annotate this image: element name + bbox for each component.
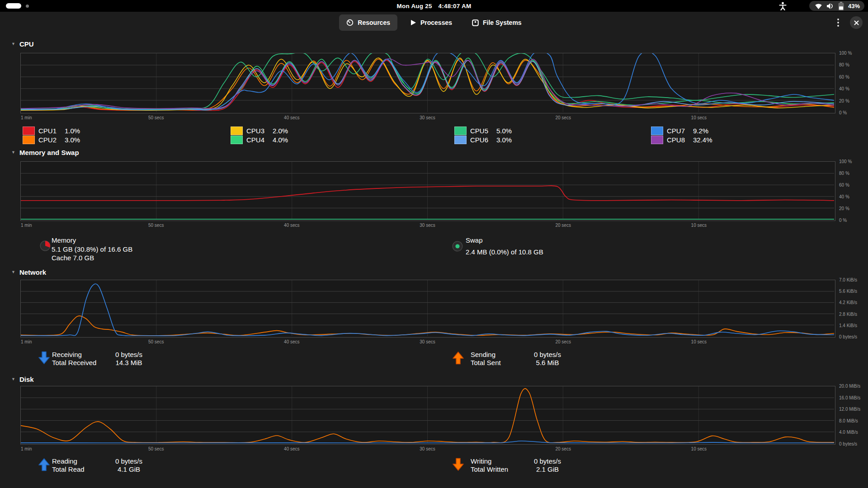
receiving-arrow (38, 351, 50, 366)
cpu4-label: CPU4 (246, 136, 273, 144)
y-axis-label: 40 % (839, 86, 849, 91)
cpu6-label: CPU6 (470, 136, 496, 144)
x-axis-label: 10 secs (691, 339, 707, 344)
battery-percentage: 43% (848, 3, 860, 9)
cpu1-legend-item: CPU1 1.0% (23, 127, 80, 135)
total-written-value: 2.1 GiB (524, 465, 571, 473)
clock-date: Mon Aug 25 (397, 3, 432, 9)
disk-expander-icon[interactable]: ▼ (11, 377, 15, 381)
swap-pie (452, 241, 463, 254)
y-axis-label: 1.4 KiB/s (839, 323, 857, 328)
memory-legend: Memory 5.1 GB (30.8%) of 16.6 GB Cache 7… (52, 236, 132, 263)
cpu-section-header[interactable]: ▼ CPU (11, 40, 34, 48)
y-axis-label: 20 % (839, 206, 849, 211)
tab-processes[interactable]: Processes (403, 14, 459, 31)
reading-label: Reading (52, 457, 105, 465)
sending-rate: 0 bytes/s (524, 351, 571, 358)
y-axis-label: 4.2 KiB/s (839, 300, 857, 305)
top-bar: Mon Aug 25 4:48:07 AM 43% (0, 0, 868, 12)
close-icon (854, 20, 859, 25)
sending-legend: Sending 0 bytes/s Total Sent 5.6 MiB (471, 351, 571, 366)
x-axis-label: 1 min (21, 223, 32, 228)
x-axis-label: 1 min (21, 115, 32, 120)
y-axis-label: 60 % (839, 75, 849, 80)
y-axis-label: 80 % (839, 171, 849, 176)
cpu3-value: 2.0% (273, 127, 288, 135)
disk-section-title: Disk (19, 375, 34, 383)
memory-expander-icon[interactable]: ▼ (11, 150, 15, 155)
memory-pie (40, 240, 51, 253)
network-chart-y-axis: 7.0 KiB/s5.6 KiB/s4.2 KiB/s2.8 KiB/s1.4 … (839, 280, 867, 338)
close-window-button[interactable] (850, 16, 863, 29)
y-axis-label: 0 bytes/s (839, 441, 857, 446)
network-chart-x-axis: 1 min50 secs40 secs30 secs20 secs10 secs (20, 339, 835, 345)
clock-button[interactable]: Mon Aug 25 4:48:07 AM (0, 0, 868, 12)
cpu3-swatch (231, 127, 243, 135)
y-axis-label: 8.0 MiB/s (839, 418, 858, 423)
drive-icon (472, 19, 479, 26)
y-axis-label: 0 % (839, 218, 847, 223)
x-axis-label: 30 secs (420, 223, 435, 228)
accessibility-menu-button[interactable] (778, 1, 788, 10)
writing-legend: Writing 0 bytes/s Total Written 2.1 GiB (471, 457, 571, 473)
receiving-legend: Receiving 0 bytes/s Total Received 14.3 … (52, 351, 152, 366)
volume-icon (826, 3, 834, 9)
read-up-arrow-icon (38, 458, 50, 471)
sending-arrow (452, 351, 464, 366)
total-sent-value: 5.6 MiB (524, 359, 571, 366)
network-chart (20, 280, 835, 338)
cpu8-label: CPU8 (667, 136, 693, 144)
cpu-chart (20, 53, 835, 113)
tab-resources[interactable]: Resources (339, 14, 397, 31)
x-axis-label: 40 secs (284, 339, 299, 344)
x-axis-label: 30 secs (420, 115, 435, 120)
x-axis-label: 10 secs (691, 223, 707, 228)
swap-legend: Swap 2.4 MB (0.0%) of 10.8 GB (466, 236, 543, 256)
x-axis-label: 1 min (21, 339, 32, 344)
y-axis-label: 4.0 MiB/s (839, 430, 858, 435)
gauge-icon (346, 19, 354, 26)
disk-section-header[interactable]: ▼ Disk (11, 375, 34, 383)
receiving-label: Receiving (52, 351, 105, 358)
view-tabs: Resources Processes File Systems (0, 12, 868, 33)
tab-processes-label: Processes (420, 19, 452, 26)
writing-rate: 0 bytes/s (524, 457, 571, 465)
gnome-system-monitor-window: Mon Aug 25 4:48:07 AM 43% (0, 0, 868, 488)
y-axis-label: 60 % (839, 183, 849, 188)
cpu2-legend-item: CPU2 3.0% (23, 136, 80, 144)
cpu2-label: CPU2 (38, 136, 65, 144)
cpu-section-title: CPU (19, 40, 34, 48)
tab-resources-label: Resources (358, 19, 390, 26)
battery-icon (838, 2, 844, 10)
cpu2-value: 3.0% (65, 136, 80, 144)
upload-arrow-icon (452, 351, 464, 365)
cpu-expander-icon[interactable]: ▼ (11, 42, 15, 46)
y-axis-label: 5.6 KiB/s (839, 289, 857, 294)
menu-button[interactable] (832, 16, 844, 29)
cpu8-legend-item: CPU8 32.4% (651, 136, 712, 144)
download-arrow-icon (38, 351, 50, 365)
total-read-value: 4.1 GiB (105, 465, 152, 473)
disk-chart-x-axis: 1 min50 secs40 secs30 secs20 secs10 secs (20, 446, 835, 452)
cpu4-swatch (231, 136, 243, 144)
memory-section-header[interactable]: ▼ Memory and Swap (11, 149, 79, 156)
cpu5-value: 5.0% (496, 127, 512, 135)
x-axis-label: 10 secs (691, 115, 707, 120)
network-section-header[interactable]: ▼ Network (11, 268, 46, 276)
cpu5-swatch (454, 127, 467, 135)
writing-arrow (452, 458, 464, 473)
x-axis-label: 50 secs (148, 223, 164, 228)
quick-settings-button[interactable]: 43% (809, 1, 864, 11)
memory-section-title: Memory and Swap (19, 149, 79, 156)
memory-chart-x-axis: 1 min50 secs40 secs30 secs20 secs10 secs (20, 223, 835, 228)
y-axis-label: 0 % (839, 110, 847, 115)
cpu1-value: 1.0% (65, 127, 80, 135)
cpu6-legend-item: CPU6 3.0% (454, 136, 512, 144)
x-axis-label: 20 secs (555, 339, 571, 344)
network-expander-icon[interactable]: ▼ (11, 270, 15, 274)
play-triangle-icon (410, 19, 416, 26)
x-axis-label: 50 secs (148, 446, 164, 451)
tab-file-systems[interactable]: File Systems (465, 14, 529, 31)
x-axis-label: 50 secs (148, 339, 164, 344)
cpu6-value: 3.0% (496, 136, 512, 144)
